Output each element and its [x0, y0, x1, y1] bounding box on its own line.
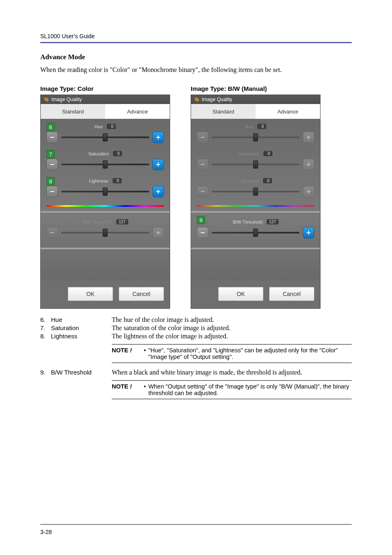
lightness-slider-block: 8 Lightness 0 − + — [46, 177, 164, 203]
minus-icon: − — [201, 188, 205, 195]
minus-icon: − — [50, 161, 55, 168]
running-header: SL1000 User's Guide — [40, 33, 352, 39]
note-label: NOTE ! — [112, 383, 144, 396]
intro-text: When the reading color is "Color" or "Mo… — [40, 66, 352, 74]
minus-icon: − — [201, 134, 205, 141]
minus-icon: − — [201, 229, 205, 236]
saturation-slider-block: Saturation 0 − + — [197, 150, 314, 176]
cancel-button[interactable]: Cancel — [269, 287, 314, 301]
ok-button[interactable]: OK — [218, 287, 263, 301]
hue-value: 0 — [107, 124, 116, 129]
panel-title: Image Quality — [202, 97, 232, 102]
plus-icon: + — [156, 134, 161, 141]
bullet-icon: • — [144, 383, 146, 396]
bw-threshold-value: 127 — [116, 219, 128, 224]
bw-slider[interactable] — [212, 232, 300, 234]
image-quality-panel-bw: Image Quality Standard Advance Hue 0 − — [191, 95, 321, 309]
lightness-slider — [212, 191, 300, 192]
plus-icon: + — [156, 188, 161, 195]
hue-slider[interactable] — [61, 136, 149, 138]
bw-slider — [61, 232, 149, 234]
lightness-minus-button: − — [197, 186, 208, 197]
rainbow-strip — [197, 205, 314, 207]
def-term: B/W Threshold — [51, 369, 112, 376]
plus-icon: + — [307, 188, 311, 195]
bw-minus-button: − — [46, 227, 58, 238]
lightness-label: Lightness — [89, 178, 108, 183]
bw-minus-button[interactable]: − — [197, 227, 208, 238]
plus-icon: + — [307, 229, 311, 236]
bullet-icon: • — [144, 347, 146, 360]
saturation-thumb[interactable] — [103, 160, 108, 169]
page-number: 3-28 — [40, 529, 52, 535]
lightness-value: 0 — [263, 178, 272, 183]
definition-bw-threshold: 9. B/W Threshold When a black and white … — [40, 369, 352, 376]
tab-advance[interactable]: Advance — [105, 104, 170, 119]
section-separator — [191, 247, 320, 249]
hue-label: Hue — [245, 124, 253, 129]
saturation-minus-button[interactable]: − — [46, 159, 58, 170]
column-title-bw: Image Type: B/W (Manual) — [191, 85, 321, 92]
lightness-value: 0 — [113, 178, 122, 183]
def-num: 8. — [40, 333, 51, 340]
lightness-slider-block: Lightness 0 − + — [197, 177, 314, 203]
hue-label: Hue — [95, 124, 103, 129]
definition-hue: 6. Hue The hue of the color image is adj… — [40, 316, 352, 324]
note-text: When "Output setting" of the "Image type… — [148, 383, 352, 396]
note-box-1: NOTE ! •"Hue", "Saturation", and "Lightn… — [112, 344, 352, 363]
saturation-slider-block: 7 Saturation 0 − + — [46, 150, 164, 176]
tab-standard[interactable]: Standard — [191, 104, 256, 119]
panel-titlebar: Image Quality — [191, 95, 320, 104]
hue-minus-button: − — [197, 132, 208, 143]
def-num: 9. — [40, 369, 51, 376]
tab-advance[interactable]: Advance — [256, 104, 320, 119]
panel-titlebar: Image Quality — [41, 95, 170, 104]
minus-icon: − — [50, 229, 55, 236]
hue-thumb — [253, 133, 258, 141]
def-desc: The lightness of the color image is adju… — [112, 333, 352, 340]
section-separator — [191, 211, 320, 213]
minus-icon: − — [50, 188, 55, 195]
def-num: 7. — [40, 324, 51, 332]
hue-thumb[interactable] — [103, 133, 108, 141]
bw-thumb[interactable] — [253, 229, 258, 237]
panel-title: Image Quality — [51, 97, 82, 102]
ok-button[interactable]: OK — [68, 287, 113, 301]
def-desc: The saturation of the color image is adj… — [112, 324, 352, 332]
saturation-slider[interactable] — [61, 164, 149, 165]
lightness-thumb[interactable] — [103, 187, 108, 196]
saturation-label: Saturation — [239, 151, 259, 156]
hue-slider — [212, 136, 300, 138]
lightness-plus-button[interactable]: + — [152, 186, 164, 197]
lightness-minus-button[interactable]: − — [46, 186, 58, 197]
definition-saturation: 7. Saturation The saturation of the colo… — [40, 324, 352, 332]
lightness-plus-button: + — [303, 186, 314, 197]
cancel-button[interactable]: Cancel — [119, 287, 164, 301]
hue-slider-block: Hue 0 − + — [197, 123, 314, 148]
callout-8: 8 — [46, 177, 55, 185]
saturation-value: 0 — [113, 151, 122, 156]
note-box-2: NOTE ! •When "Output setting" of the "Im… — [112, 380, 352, 399]
saturation-label: Saturation — [88, 151, 109, 156]
def-term: Saturation — [51, 324, 112, 332]
section-separator — [41, 211, 170, 213]
saturation-slider — [212, 164, 300, 165]
hue-plus-button[interactable]: + — [152, 132, 164, 143]
hue-slider-block: 6 Hue 0 − + — [46, 123, 164, 148]
definition-lightness: 8. Lightness The lightness of the color … — [40, 333, 352, 340]
saturation-plus-button[interactable]: + — [152, 159, 164, 170]
def-num: 6. — [40, 316, 51, 324]
hue-value: 0 — [257, 124, 266, 129]
rainbow-strip — [46, 205, 164, 207]
def-desc: The hue of the color image is adjusted. — [112, 316, 352, 324]
header-rule — [40, 42, 352, 43]
lightness-slider[interactable] — [61, 191, 149, 192]
hue-minus-button[interactable]: − — [46, 132, 58, 143]
bw-plus-button[interactable]: + — [303, 227, 314, 238]
def-term: Lightness — [51, 333, 112, 340]
callout-9: 9 — [197, 216, 205, 224]
footer-rule — [40, 524, 352, 525]
tab-standard[interactable]: Standard — [41, 104, 105, 119]
bw-threshold-value: 127 — [267, 219, 279, 224]
plus-icon: + — [307, 134, 311, 141]
